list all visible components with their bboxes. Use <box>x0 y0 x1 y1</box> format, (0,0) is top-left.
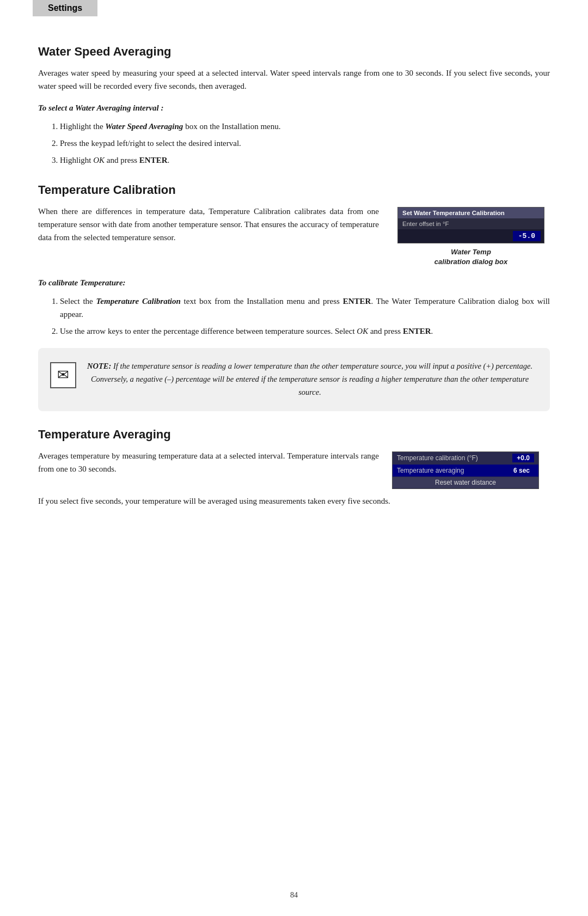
row-value: 6 sec <box>509 466 534 475</box>
temp-avg-text: Averages temperature by measuring temper… <box>38 449 379 489</box>
table-row: Temperature averaging 6 sec <box>393 465 538 477</box>
table-row: Temperature calibration (°F) +0.0 <box>393 452 538 465</box>
temp-avg-para2: If you select five seconds, your tempera… <box>38 494 550 508</box>
row-label: Reset water distance <box>435 479 496 486</box>
page: Settings Water Speed Averaging Averages … <box>0 0 588 916</box>
dialog-title: Set Water Temperature Calibration <box>398 207 544 218</box>
list-item: Select the Temperature Calibration text … <box>60 295 550 322</box>
water-temp-dialog: Set Water Temperature Calibration Enter … <box>397 207 544 243</box>
note-text: NOTE: If the temperature sensor is readi… <box>86 360 534 399</box>
temp-cal-heading: Temperature Calibration <box>38 183 550 197</box>
temp-cal-text: When there are differences in temperatur… <box>38 205 379 267</box>
dialog-caption: Water Temp calibration dialog box <box>434 247 507 267</box>
row-label: Temperature averaging <box>397 467 464 474</box>
row-value: +0.0 <box>512 454 534 462</box>
temp-cal-image-area: Set Water Temperature Calibration Enter … <box>392 205 550 267</box>
row-label: Temperature calibration (°F) <box>397 454 478 462</box>
list-item: Highlight the Water Speed Averaging box … <box>60 120 550 133</box>
temp-cal-two-col: When there are differences in temperatur… <box>38 205 550 267</box>
dialog-value: -5.0 <box>513 231 541 241</box>
water-speed-steps: Highlight the Water Speed Averaging box … <box>60 120 550 167</box>
temp-avg-heading: Temperature Averaging <box>38 428 550 442</box>
temp-avg-table: Temperature calibration (°F) +0.0 Temper… <box>392 451 539 489</box>
dialog-body: Enter offset in °F <box>398 218 544 229</box>
temp-cal-sub-heading2: To calibrate Temperature: <box>38 276 550 289</box>
temp-avg-para1: Averages temperature by measuring temper… <box>38 449 379 475</box>
temp-avg-two-col: Averages temperature by measuring temper… <box>38 449 550 489</box>
envelope-icon: ✉ <box>50 362 76 388</box>
page-number: 84 <box>0 891 588 900</box>
water-speed-para1: Averages water speed by measuring your s… <box>38 66 550 93</box>
temp-cal-section: Temperature Calibration When there are d… <box>38 183 550 411</box>
temp-cal-para1: When there are differences in temperatur… <box>38 205 379 244</box>
water-speed-section: Water Speed Averaging Averages water spe… <box>38 45 550 167</box>
table-row: Reset water distance <box>393 477 538 488</box>
note-box: ✉ NOTE: If the temperature sensor is rea… <box>38 348 550 411</box>
settings-tab: Settings <box>33 0 97 16</box>
temp-cal-steps: Select the Temperature Calibration text … <box>60 295 550 338</box>
list-item: Press the keypad left/right to select th… <box>60 137 550 150</box>
water-speed-sub-heading: To select a Water Averaging interval : <box>38 101 550 114</box>
temp-avg-image-area: Temperature calibration (°F) +0.0 Temper… <box>392 449 550 489</box>
water-speed-heading: Water Speed Averaging <box>38 45 550 59</box>
temp-avg-section: Temperature Averaging Averages temperatu… <box>38 428 550 508</box>
content-area: Water Speed Averaging Averages water spe… <box>0 45 588 508</box>
list-item: Highlight OK and press ENTER. <box>60 154 550 167</box>
list-item: Use the arrow keys to enter the percenta… <box>60 325 550 338</box>
dialog-value-row: -5.0 <box>398 229 544 243</box>
